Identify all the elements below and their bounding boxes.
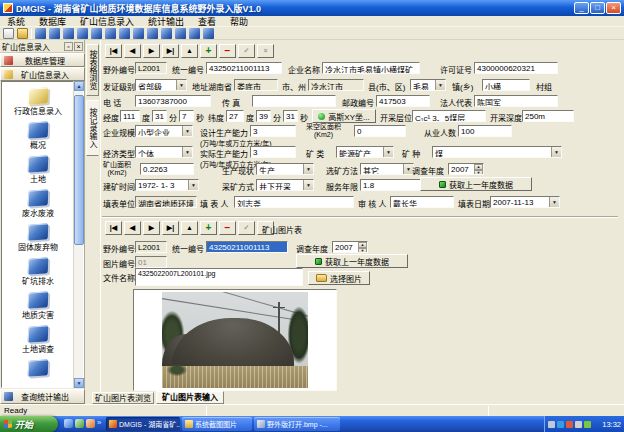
toolbar-icon-1[interactable] — [35, 28, 46, 39]
build-time-select[interactable]: 1972- 1- 3▼ — [135, 179, 199, 191]
sidebar-close-icon[interactable]: × — [74, 42, 83, 51]
fill-date-select[interactable]: 2007-11-13▼ — [490, 196, 560, 208]
open-folder-icon[interactable] — [17, 28, 28, 39]
sidebar-item-geo-hazard[interactable]: 地质灾害 — [3, 292, 73, 320]
pin-icon[interactable]: ▫ — [64, 42, 73, 51]
nav-last-button[interactable]: ▶| — [162, 44, 179, 58]
nav-add-button[interactable]: + — [200, 221, 217, 235]
nav-up-button[interactable]: ▲ — [181, 221, 198, 235]
pic-field-no-input[interactable]: L2001 — [135, 241, 167, 253]
pic-unified-no-input[interactable]: 43250211001113 — [206, 241, 288, 253]
tray-icon[interactable] — [557, 421, 564, 428]
fill-unit-input[interactable]: 湖南省地质环境 — [135, 196, 197, 208]
chevron-down-icon[interactable]: ▼ — [188, 180, 198, 190]
get-prev-year-button[interactable]: 获取上一年度数据 — [420, 177, 532, 191]
pic-no-input[interactable]: 01 — [135, 256, 167, 268]
start-button[interactable]: 开始 — [0, 416, 58, 432]
chevron-down-icon[interactable]: ▼ — [551, 147, 561, 157]
nav-add-button[interactable]: + — [200, 44, 217, 58]
survey-year-spinner[interactable]: 2007▲▼ — [448, 163, 484, 175]
nav-prev-button[interactable]: ◀ — [124, 221, 141, 235]
menu-view[interactable]: 查看 — [191, 15, 223, 28]
toolbar-icon-8[interactable] — [133, 28, 144, 39]
menu-statistics[interactable]: 统计输出 — [141, 15, 191, 28]
dressing-method-select[interactable]: 其它▼ — [360, 163, 414, 175]
taskbar-task-screenshots-folder[interactable]: 系统截图图片 — [182, 417, 252, 431]
menu-help[interactable]: 帮助 — [223, 15, 255, 28]
prefecture-input[interactable]: 冷水江市 — [308, 79, 364, 91]
taskbar-task-bmp[interactable]: 野外版打开.bmp -... — [254, 417, 340, 431]
city-input[interactable]: 娄底市 — [234, 79, 278, 91]
filler-input[interactable]: 刘志尧 — [234, 196, 354, 208]
tray-icon[interactable] — [548, 421, 555, 428]
unified-no-input[interactable]: 43250211001113 — [206, 62, 282, 74]
mining-method-select[interactable]: 井下开采▼ — [256, 179, 314, 191]
toolbar-icon-5[interactable] — [91, 28, 102, 39]
toolbar-icon-9[interactable] — [147, 28, 158, 39]
chevron-down-icon[interactable]: ▼ — [182, 126, 192, 136]
mining-layer-input[interactable]: C₁c¹ 3、5煤层 — [412, 110, 486, 122]
toolbar-icon-13[interactable] — [203, 28, 214, 39]
toolbar-icon-7[interactable] — [119, 28, 130, 39]
mine-area-input[interactable]: 0.2263 — [140, 163, 194, 175]
toolbar-icon-11[interactable] — [175, 28, 186, 39]
tab-picture-table-entry[interactable]: 矿山图片表输入 — [156, 391, 224, 404]
taskbar-task-dmgis[interactable]: DMGIS - 湖南省矿... — [106, 417, 180, 431]
chevron-down-icon[interactable]: ▼ — [435, 80, 445, 90]
goaf-area-input[interactable]: 0 — [354, 125, 406, 137]
legal-rep-input[interactable]: 陈国军 — [474, 95, 558, 107]
mining-depth-input[interactable]: 250m — [522, 110, 574, 122]
nav-post-button[interactable]: ✓ — [238, 44, 255, 58]
cert-level-select[interactable]: 省部级▼ — [135, 79, 187, 91]
chevron-down-icon[interactable]: ▼ — [383, 147, 393, 157]
menu-system[interactable]: 系统 — [0, 15, 32, 28]
nav-delete-button[interactable]: − — [219, 44, 236, 58]
scroll-down-icon[interactable]: ▼ — [74, 378, 84, 388]
nav-next-button[interactable]: ▶ — [143, 44, 160, 58]
spin-down-icon[interactable]: ▼ — [358, 248, 367, 253]
close-button[interactable]: × — [606, 2, 621, 14]
enterprise-scale-select[interactable]: 小型企业▼ — [135, 125, 193, 137]
quick-launch-icon[interactable] — [75, 419, 84, 428]
tray-icon[interactable] — [566, 421, 573, 428]
fax-input[interactable] — [252, 95, 336, 107]
toolbar-icon-6[interactable] — [105, 28, 116, 39]
design-capacity-input[interactable]: 3 — [250, 125, 296, 137]
quick-launch-icon[interactable] — [64, 419, 73, 428]
tray-icon[interactable] — [575, 421, 582, 428]
actual-capacity-input[interactable]: 3 — [250, 146, 296, 158]
nav-cancel-button[interactable]: × — [257, 44, 274, 58]
field-no-input[interactable]: L2001 — [135, 62, 167, 74]
filename-input[interactable]: 4325022007L200101.jpg — [135, 268, 303, 286]
town-input[interactable]: 小横 — [482, 79, 530, 91]
spin-down-icon[interactable]: ▼ — [474, 170, 483, 175]
economy-type-select[interactable]: 个体▼ — [135, 146, 193, 158]
menu-database[interactable]: 数据库 — [32, 15, 73, 28]
chevron-down-icon[interactable]: ▼ — [303, 180, 313, 190]
chevron-down-icon[interactable]: ▼ — [182, 147, 192, 157]
nav-next-button[interactable]: ▶ — [143, 221, 160, 235]
tab-picture-table-browse[interactable]: 矿山图片表浏览 — [92, 392, 154, 404]
workers-input[interactable]: 100 — [458, 125, 512, 137]
pic-survey-year-spinner[interactable]: 2007▲▼ — [332, 241, 368, 253]
nav-post-button[interactable]: ✓ — [238, 221, 255, 235]
toolbar-icon-12[interactable] — [189, 28, 200, 39]
chevron-down-icon[interactable]: ▼ — [549, 197, 559, 207]
nav-first-button[interactable]: |◀ — [105, 44, 122, 58]
nav-prev-button[interactable]: ◀ — [124, 44, 141, 58]
nav-first-button[interactable]: |◀ — [105, 221, 122, 235]
sidebar-group-query-stats[interactable]: 查询统计输出 — [0, 389, 85, 404]
chevron-down-icon[interactable]: ▼ — [303, 164, 313, 174]
maximize-button[interactable]: □ — [590, 2, 605, 14]
chevron-down-icon[interactable]: ▼ — [176, 80, 186, 90]
mine-class-select[interactable]: 能源矿产▼ — [336, 146, 394, 158]
minimize-button[interactable]: _ — [574, 2, 589, 14]
menu-mine-entry[interactable]: 矿山信息录入 — [73, 15, 141, 28]
new-file-icon[interactable] — [3, 28, 14, 39]
phone-input[interactable]: 13607387000 — [135, 95, 211, 107]
license-input[interactable]: 4300000620321 — [474, 62, 558, 74]
tray-icon[interactable] — [584, 421, 591, 428]
production-status-select[interactable]: 生产▼ — [256, 163, 314, 175]
toolbar-icon-10[interactable] — [161, 28, 172, 39]
sidebar-item-partial[interactable] — [3, 360, 73, 379]
